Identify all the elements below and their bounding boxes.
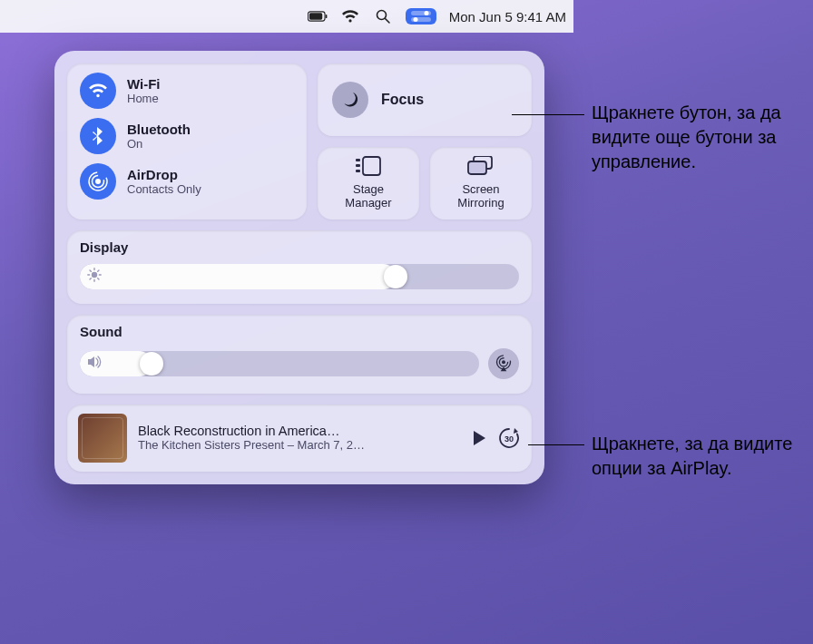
sound-label: Sound <box>80 324 519 339</box>
wifi-icon <box>80 73 116 109</box>
svg-line-25 <box>90 278 91 279</box>
svg-rect-14 <box>356 170 360 172</box>
stage-label-2: Manager <box>345 196 391 210</box>
display-section: Display <box>67 230 532 304</box>
svg-point-8 <box>413 17 417 22</box>
wifi-icon[interactable] <box>340 6 360 26</box>
play-button[interactable] <box>472 430 486 446</box>
album-art <box>78 414 127 463</box>
moon-icon <box>332 82 368 118</box>
svg-rect-17 <box>468 161 486 174</box>
wifi-status: Home <box>127 92 161 105</box>
callout-line <box>528 444 584 445</box>
menubar-datetime[interactable]: Mon Jun 5 9:41 AM <box>449 9 566 24</box>
airdrop-status: Contacts Only <box>127 182 201 196</box>
screen-mirroring-button[interactable]: ScreenMirroring <box>430 147 532 220</box>
svg-point-6 <box>424 11 428 15</box>
stage-manager-icon <box>356 156 381 180</box>
bluetooth-label: Bluetooth <box>127 122 191 137</box>
speaker-icon <box>87 356 102 372</box>
svg-rect-2 <box>325 15 327 18</box>
sound-section: Sound <box>67 315 532 394</box>
display-label: Display <box>80 239 519 255</box>
focus-label: Focus <box>381 92 424 108</box>
svg-point-18 <box>92 272 97 278</box>
stage-manager-button[interactable]: StageManager <box>318 147 419 220</box>
bluetooth-status: On <box>127 137 191 151</box>
svg-point-9 <box>95 179 101 184</box>
callout-line <box>512 114 584 115</box>
menubar: Mon Jun 5 9:41 AM <box>0 0 573 33</box>
svg-line-23 <box>90 270 91 271</box>
airdrop-toggle[interactable]: AirDrop Contacts Only <box>80 163 294 200</box>
battery-icon[interactable] <box>308 6 328 26</box>
svg-line-26 <box>98 270 99 271</box>
skip-forward-button[interactable]: 30 <box>497 426 521 450</box>
wifi-label: Wi-Fi <box>127 76 161 92</box>
bluetooth-icon <box>80 118 116 154</box>
control-center-icon[interactable] <box>406 8 436 24</box>
mirror-label-1: Screen <box>462 182 499 196</box>
network-tile: Wi-Fi Home Bluetooth On AirDrop <box>67 63 307 220</box>
callout-focus: Щракнете бутон, за да видите още бутони … <box>592 101 800 174</box>
focus-button[interactable]: Focus <box>318 63 532 136</box>
callout-airplay: Щракнете, за да видите опции за AirPlay. <box>592 432 800 481</box>
brightness-slider[interactable] <box>80 264 519 289</box>
svg-point-27 <box>502 360 505 364</box>
airdrop-icon <box>80 163 116 200</box>
svg-rect-1 <box>309 13 322 19</box>
screen-mirroring-icon <box>467 156 495 180</box>
now-playing-title: Black Reconstruction in America… <box>138 424 461 438</box>
svg-text:30: 30 <box>504 434 514 444</box>
svg-rect-12 <box>356 159 360 161</box>
svg-line-24 <box>98 278 99 279</box>
brightness-icon <box>87 268 102 286</box>
airdrop-label: AirDrop <box>127 167 201 182</box>
svg-rect-15 <box>363 157 380 175</box>
airplay-icon <box>495 355 513 373</box>
mirror-label-2: Mirroring <box>457 196 504 210</box>
svg-line-4 <box>385 19 389 24</box>
spotlight-icon[interactable] <box>373 6 393 26</box>
bluetooth-toggle[interactable]: Bluetooth On <box>80 118 294 154</box>
now-playing-subtitle: The Kitchen Sisters Present – March 7, 2… <box>138 438 461 452</box>
stage-label-1: Stage <box>353 182 384 196</box>
control-center-panel: Wi-Fi Home Bluetooth On AirDrop <box>54 51 544 484</box>
volume-slider[interactable] <box>80 351 479 376</box>
wifi-toggle[interactable]: Wi-Fi Home <box>80 73 294 109</box>
airplay-audio-button[interactable] <box>488 348 519 379</box>
svg-rect-13 <box>356 164 360 167</box>
now-playing-tile[interactable]: Black Reconstruction in America… The Kit… <box>67 405 532 472</box>
